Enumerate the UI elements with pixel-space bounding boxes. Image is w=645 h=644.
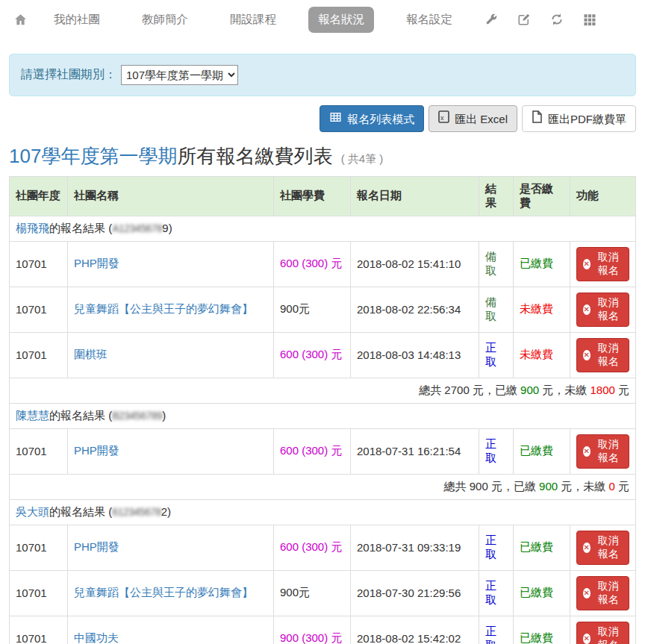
cancel-registration-button[interactable]: ✕取消報名 bbox=[576, 576, 629, 610]
group-suffix-label: 的報名結果 bbox=[49, 222, 105, 234]
actions-cell: ✕取消報名 bbox=[570, 287, 636, 332]
export-excel-button[interactable]: x 匯出 Excel bbox=[429, 105, 517, 132]
group-summary-row: 總共 2700 元，已繳 900 元，未繳 1800 元 bbox=[10, 378, 636, 403]
club-name-link[interactable]: 中國功夫 bbox=[74, 631, 119, 644]
club-name-cell: 圍棋班 bbox=[68, 332, 274, 378]
paid-cell: 未繳費 bbox=[514, 332, 570, 378]
svg-text:x: x bbox=[440, 114, 444, 122]
actions-cell: ✕取消報名 bbox=[570, 525, 636, 570]
club-name-cell: 兒童舞蹈【公主與王子的夢幻舞會】 bbox=[68, 570, 274, 616]
club-name-link[interactable]: 圍棋班 bbox=[74, 348, 108, 360]
club-fee-cell: 600 (300) 元 bbox=[274, 428, 351, 474]
cancel-registration-button[interactable]: ✕取消報名 bbox=[576, 293, 629, 327]
reg-date-cell: 2018-08-03 14:48:13 bbox=[351, 332, 479, 378]
cancel-registration-button[interactable]: ✕取消報名 bbox=[576, 531, 629, 565]
group-suffix-label: 的報名結果 bbox=[49, 409, 105, 422]
club-name-link[interactable]: 兒童舞蹈【公主與王子的夢幻舞會】 bbox=[74, 302, 253, 315]
student-name-link[interactable]: 楊飛飛 bbox=[16, 222, 49, 234]
cancel-registration-button[interactable]: ✕取消報名 bbox=[576, 622, 629, 644]
club-name-link[interactable]: PHP開發 bbox=[74, 540, 119, 553]
club-year-cell: 10701 bbox=[10, 332, 68, 378]
excel-file-icon: x bbox=[438, 110, 449, 127]
registration-table: 社團年度 社團名稱 社團學費 報名日期 結果 是否繳費 功能 楊飛飛的報名結果 … bbox=[9, 176, 636, 644]
student-name-link[interactable]: 吳大頭 bbox=[16, 505, 49, 518]
student-id-open: ( bbox=[105, 505, 112, 518]
result-cell: 正取 bbox=[479, 332, 514, 378]
actions-cell: ✕取消報名 bbox=[570, 332, 636, 378]
club-fee-cell: 600 (300) 元 bbox=[274, 525, 351, 570]
cancel-registration-button[interactable]: ✕取消報名 bbox=[576, 247, 629, 281]
cancel-circle-x-icon: ✕ bbox=[583, 634, 591, 644]
result-cell: 備取 bbox=[479, 287, 514, 332]
cancel-registration-label: 取消報名 bbox=[594, 580, 623, 607]
result-badge: 正取 bbox=[485, 341, 496, 368]
club-fee-cell: 900元 bbox=[274, 287, 351, 332]
student-id-masked: A12345678 bbox=[112, 222, 162, 234]
club-name-link[interactable]: 兒童舞蹈【公主與王子的夢幻舞會】 bbox=[74, 586, 253, 598]
result-cell: 正取 bbox=[479, 616, 514, 644]
student-id-close: 2) bbox=[161, 505, 171, 518]
club-fee-value: 600 (300) 元 bbox=[280, 257, 342, 269]
registration-row: 10701PHP開發600 (300) 元2018-07-31 09:33:19… bbox=[10, 525, 636, 570]
student-id-close: 9) bbox=[162, 222, 172, 234]
result-badge: 備取 bbox=[485, 296, 496, 322]
paid-cell: 未繳費 bbox=[514, 287, 570, 332]
cancel-circle-x-icon: ✕ bbox=[583, 304, 591, 315]
registration-row: 10701PHP開發600 (300) 元2018-07-31 16:21:54… bbox=[10, 428, 636, 474]
wrench-icon[interactable] bbox=[484, 13, 498, 26]
group-summary-cell: 總共 2700 元，已繳 900 元，未繳 1800 元 bbox=[10, 378, 636, 403]
club-fee-cell: 600 (300) 元 bbox=[274, 241, 351, 287]
cancel-registration-label: 取消報名 bbox=[594, 534, 623, 561]
refresh-icon[interactable] bbox=[550, 13, 564, 26]
registration-row: 10701PHP開發600 (300) 元2018-08-02 15:41:10… bbox=[10, 241, 636, 287]
club-fee-value: 900 (300) 元 bbox=[280, 631, 342, 644]
cancel-registration-label: 取消報名 bbox=[594, 438, 623, 465]
club-fee-cell: 900 (300) 元 bbox=[274, 616, 351, 644]
student-name-link[interactable]: 陳慧慧 bbox=[16, 409, 49, 422]
reg-date-cell: 2018-07-30 21:29:56 bbox=[351, 570, 479, 616]
cancel-circle-x-icon: ✕ bbox=[583, 543, 591, 553]
page-title-text: 所有報名繳費列表 bbox=[177, 145, 332, 167]
nav-my-clubs[interactable]: 我的社團 bbox=[44, 7, 110, 33]
page-title-term: 107學年度第一學期 bbox=[9, 145, 177, 167]
group-suffix-label: 的報名結果 bbox=[49, 505, 105, 518]
list-mode-button[interactable]: 報名列表模式 bbox=[320, 105, 424, 132]
actions-cell: ✕取消報名 bbox=[570, 570, 636, 616]
cancel-registration-button[interactable]: ✕取消報名 bbox=[576, 338, 629, 372]
nav-teacher-intro[interactable]: 教師簡介 bbox=[132, 7, 198, 33]
club-year-cell: 10701 bbox=[10, 616, 68, 644]
col-header-club-name: 社團名稱 bbox=[68, 176, 274, 216]
cancel-registration-button[interactable]: ✕取消報名 bbox=[576, 434, 629, 469]
export-excel-label: 匯出 Excel bbox=[455, 111, 508, 127]
cancel-circle-x-icon: ✕ bbox=[583, 259, 591, 269]
nav-registration-settings[interactable]: 報名設定 bbox=[396, 7, 462, 33]
result-badge: 正取 bbox=[485, 579, 496, 606]
cancel-registration-label: 取消報名 bbox=[594, 342, 623, 369]
reg-date-cell: 2018-07-31 09:33:19 bbox=[351, 525, 479, 570]
term-select[interactable]: 107學年度第一學期 bbox=[121, 65, 238, 85]
nav-registration-status[interactable]: 報名狀況 bbox=[308, 7, 374, 33]
registration-row: 10701中國功夫900 (300) 元2018-08-02 15:42:02正… bbox=[10, 616, 636, 644]
club-name-cell: 兒童舞蹈【公主與王子的夢幻舞會】 bbox=[68, 287, 274, 332]
nav-open-courses[interactable]: 開設課程 bbox=[220, 7, 286, 33]
home-icon[interactable] bbox=[13, 13, 28, 27]
paid-badge: 已繳費 bbox=[520, 631, 553, 644]
col-header-result: 結果 bbox=[479, 176, 514, 216]
edit-icon[interactable] bbox=[517, 13, 531, 26]
club-fee-value: 600 (300) 元 bbox=[280, 444, 342, 457]
table-icon bbox=[329, 111, 342, 127]
result-badge: 正取 bbox=[485, 625, 496, 644]
paid-badge: 已繳費 bbox=[520, 540, 553, 553]
col-header-reg-date: 報名日期 bbox=[351, 176, 479, 216]
summary-paid-amount: 900 bbox=[539, 480, 558, 493]
summary-paid-amount: 900 bbox=[520, 384, 539, 396]
grid-icon[interactable] bbox=[583, 13, 596, 26]
export-pdf-button[interactable]: 匯出PDF繳費單 bbox=[522, 105, 636, 132]
club-year-cell: 10701 bbox=[10, 428, 68, 474]
actions-cell: ✕取消報名 bbox=[570, 428, 636, 474]
club-fee-value: 600 (300) 元 bbox=[280, 348, 342, 360]
reg-date-cell: 2018-08-02 22:56:34 bbox=[351, 287, 479, 332]
club-name-link[interactable]: PHP開發 bbox=[74, 444, 119, 457]
club-name-link[interactable]: PHP開發 bbox=[74, 257, 119, 269]
result-cell: 正取 bbox=[479, 570, 514, 616]
